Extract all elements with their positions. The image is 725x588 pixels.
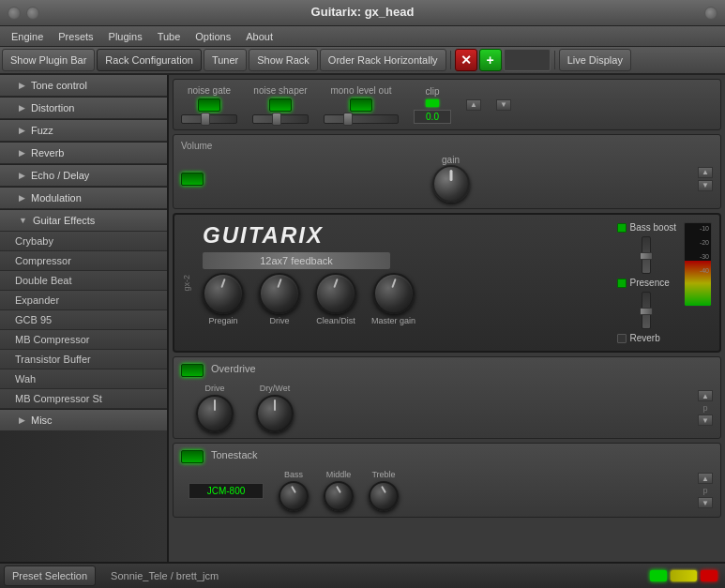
bass-boost-row: Bass boost — [617, 222, 676, 233]
clean-dist-knob[interactable] — [315, 273, 356, 314]
sidebar-item-expander[interactable]: Expander — [0, 291, 167, 310]
toolbar-input[interactable] — [504, 49, 551, 71]
drive-label: Drive — [269, 316, 289, 325]
ng-arrow-up[interactable]: ▲ — [466, 99, 481, 111]
ts-p-label: p — [698, 486, 713, 495]
sidebar-item-crybaby[interactable]: Crybaby — [0, 232, 167, 251]
noise-gate-toggle[interactable] — [198, 98, 220, 112]
noise-gate-section: noise gate noise shaper mono level out — [173, 79, 721, 130]
minimize-button[interactable] — [26, 7, 39, 20]
ts-middle-label-top: Middle — [326, 470, 352, 479]
rack-configuration-button[interactable]: Rack Configuration — [97, 49, 202, 71]
menu-plugins[interactable]: Plugins — [101, 29, 150, 44]
tuner-button[interactable]: Tuner — [204, 49, 247, 71]
presence-slider[interactable] — [642, 292, 651, 329]
rack-add-button[interactable]: + — [479, 49, 502, 71]
sidebar-item-wah[interactable]: Wah — [0, 369, 167, 389]
master-gain-knob-group: Master gain — [371, 273, 415, 325]
sidebar-group-reverb: ▶ Reverb — [0, 143, 167, 165]
od-drive-knob-group: Drive — [196, 384, 234, 432]
reverb-checkbox[interactable] — [617, 334, 627, 343]
sidebar-item-mb-compressor[interactable]: MB Compressor — [0, 330, 167, 350]
ts-arrow-up[interactable]: ▲ — [698, 473, 713, 484]
od-arrow-down[interactable]: ▼ — [698, 415, 713, 426]
menu-options[interactable]: Options — [188, 29, 238, 44]
preset-selection-button[interactable]: Preset Selection — [4, 565, 96, 586]
vu-tick-1: -10 — [700, 225, 709, 232]
bass-boost-thumb — [640, 252, 653, 260]
show-plugin-bar-button[interactable]: Show Plugin Bar — [2, 49, 95, 71]
tonestack-title: Tonestack — [211, 449, 258, 460]
presence-checkbox[interactable] — [617, 279, 627, 288]
rack-remove-button[interactable]: ✕ — [455, 49, 477, 71]
status-led-green — [650, 570, 667, 581]
bass-boost-slider[interactable] — [642, 236, 651, 274]
status-bar: Preset Selection Sonnie_Tele / brett_jcm — [0, 562, 725, 588]
gain-knob[interactable] — [432, 165, 470, 203]
mono-level-slider[interactable] — [324, 114, 399, 124]
od-drywet-knob[interactable] — [256, 395, 294, 432]
overdrive-title: Overdrive — [211, 363, 256, 374]
ts-treble-knob[interactable] — [369, 481, 399, 511]
sidebar-group-modulation: ▶ Modulation — [0, 188, 167, 210]
bass-boost-slider-container — [617, 236, 676, 274]
pregain-knob[interactable] — [203, 273, 244, 314]
ng-group-mono-level: mono level out — [324, 85, 399, 124]
menu-about[interactable]: About — [238, 29, 280, 44]
sidebar-item-double-beat[interactable]: Double Beat — [0, 271, 167, 291]
volume-toggle[interactable] — [181, 173, 204, 186]
vu-tick-2: -20 — [700, 239, 709, 246]
window-controls — [8, 7, 39, 20]
sidebar-distortion[interactable]: ▶ Distortion — [0, 98, 167, 119]
ts-middle-knob[interactable] — [324, 481, 354, 511]
preset-name-label: Sonnie_Tele / brett_jcm — [103, 570, 642, 581]
overdrive-section: Overdrive Drive Dry/Wet ▲ p ▼ — [173, 356, 721, 439]
od-drywet-label-top: Dry/Wet — [260, 384, 290, 393]
noise-gate-slider[interactable] — [181, 114, 237, 124]
sidebar-item-compressor[interactable]: Compressor — [0, 251, 167, 271]
status-led-red — [701, 570, 717, 581]
sidebar-item-gcb95[interactable]: GCB 95 — [0, 310, 167, 330]
vu-tick-4: -40 — [700, 267, 709, 274]
ts-arrow-down[interactable]: ▼ — [698, 497, 713, 508]
sidebar-tone-control[interactable]: ▶ Tone control — [0, 75, 167, 97]
master-gain-knob[interactable] — [373, 273, 415, 314]
menu-engine[interactable]: Engine — [4, 29, 51, 44]
ng-row: noise gate noise shaper mono level out — [181, 85, 713, 124]
tonestack-toggle[interactable] — [181, 450, 204, 463]
vol-arrow-down[interactable]: ▼ — [698, 180, 713, 191]
live-display-button[interactable]: Live Display — [559, 49, 631, 71]
menu-presets[interactable]: Presets — [51, 29, 100, 44]
menu-tube[interactable]: Tube — [150, 29, 189, 44]
sidebar-misc[interactable]: ▶ Misc — [0, 410, 167, 430]
sidebar-reverb[interactable]: ▶ Reverb — [0, 143, 167, 164]
od-drive-label-top: Drive — [204, 384, 224, 393]
od-arrow-up[interactable]: ▲ — [698, 390, 713, 401]
sidebar-modulation[interactable]: ▶ Modulation — [0, 188, 167, 209]
sidebar-item-transistor-buffer[interactable]: Transistor Buffer — [0, 350, 167, 369]
ts-bass-knob[interactable] — [279, 481, 309, 511]
presence-thumb — [640, 308, 653, 315]
show-rack-button[interactable]: Show Rack — [249, 49, 318, 71]
bass-boost-checkbox[interactable] — [617, 223, 627, 233]
sidebar-echo-delay[interactable]: ▶ Echo / Delay — [0, 165, 167, 187]
noise-shaper-slider[interactable] — [252, 114, 309, 124]
overdrive-toggle[interactable] — [181, 364, 204, 377]
triangle-icon-8: ▶ — [19, 415, 25, 425]
sidebar-item-mb-compressor-st[interactable]: MB Compressor St — [0, 389, 167, 409]
sidebar-guitar-effects[interactable]: ▼ Guitar Effects — [0, 210, 167, 232]
sidebar: ▶ Tone control ▶ Distortion ▶ Fuzz ▶ Rev… — [0, 75, 169, 562]
mono-level-toggle[interactable] — [350, 98, 372, 112]
drive-knob[interactable] — [259, 273, 300, 314]
content-area: noise gate noise shaper mono level out — [169, 75, 725, 562]
order-rack-button[interactable]: Order Rack Horizontally — [320, 49, 446, 71]
maximize-button[interactable] — [704, 7, 717, 20]
close-button[interactable] — [8, 7, 21, 20]
noise-shaper-toggle[interactable] — [269, 98, 292, 112]
sidebar-group-distortion: ▶ Distortion — [0, 98, 167, 120]
sidebar-fuzz[interactable]: ▶ Fuzz — [0, 120, 167, 142]
vol-arrow-up[interactable]: ▲ — [698, 167, 713, 178]
ng-arrow-down[interactable]: ▼ — [496, 99, 511, 111]
od-drive-knob[interactable] — [196, 395, 234, 432]
title-bar: Guitarix: gx_head — [0, 0, 725, 26]
